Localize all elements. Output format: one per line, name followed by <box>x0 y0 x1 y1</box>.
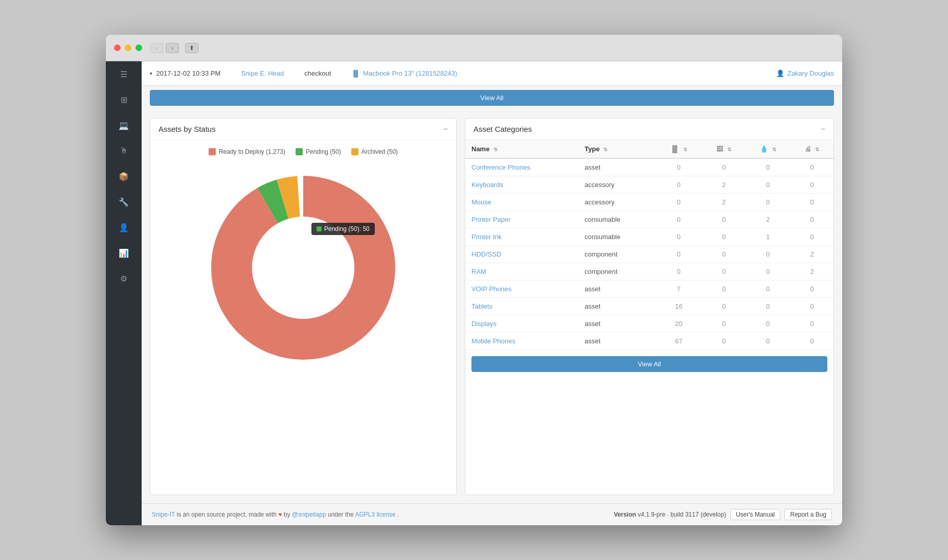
footer-left: Snipe-IT is an open source project, made… <box>152 511 399 518</box>
sidebar-users-icon[interactable]: 👤 <box>106 215 142 240</box>
cell-c4: 0 <box>791 228 833 246</box>
cell-type: asset <box>578 298 655 315</box>
category-name-link[interactable]: Printer Paper <box>471 216 511 223</box>
sidebar-settings-icon[interactable]: ⚙ <box>106 266 142 291</box>
cell-c1: 67 <box>655 333 702 350</box>
maximize-button[interactable] <box>136 44 142 51</box>
category-name-link[interactable]: Keyboards <box>471 181 503 189</box>
topbar-asset-link[interactable]: Macbook Pro 13" (1281528243) <box>363 69 457 77</box>
sidebar-menu-icon[interactable]: ☰ <box>106 61 142 87</box>
table-footer: View All <box>465 349 833 378</box>
topbar-user-link[interactable]: Snipe E. Head <box>241 69 284 77</box>
table-row: Conference Phones asset 0 0 0 0 <box>465 158 833 176</box>
sort-icon-assets: ⇅ <box>683 147 687 152</box>
cell-c4: 0 <box>791 281 833 298</box>
users-manual-button[interactable]: User's Manual <box>730 509 780 520</box>
table-row: Tablets asset 16 0 0 0 <box>465 298 833 315</box>
back-button[interactable]: ‹ <box>150 43 164 53</box>
chart-body: Ready to Deploy (1,273) Pending (50) Arc… <box>150 140 456 378</box>
footer-right: Version v4.1.9-pre · build 3117 (develop… <box>614 509 832 520</box>
sidebar-consumables-icon[interactable]: 📦 <box>106 164 142 189</box>
sidebar-dashboard-icon[interactable]: ⊞ <box>106 87 142 112</box>
forward-button[interactable]: › <box>166 43 179 53</box>
cell-c2: 0 <box>703 263 746 281</box>
sort-icon-components: ⇅ <box>815 147 819 152</box>
cell-type: component <box>578 246 655 263</box>
cell-c3: 0 <box>746 298 791 315</box>
cell-c1: 0 <box>655 158 702 176</box>
version-bold: Version <box>614 511 636 518</box>
cell-c2: 0 <box>703 315 746 333</box>
col-type[interactable]: Type ⇅ <box>578 140 655 158</box>
col-assets[interactable]: ▐▌ ⇅ <box>655 140 702 158</box>
category-name-link[interactable]: Tablets <box>471 302 492 310</box>
cell-c4: 2 <box>791 246 833 263</box>
col-name[interactable]: Name ⇅ <box>465 140 578 158</box>
category-name-link[interactable]: Printer Ink <box>471 233 502 241</box>
asset-categories-card: Asset Categories − Name ⇅ Type ⇅ ▐▌ <box>465 118 834 495</box>
view-all-top-button[interactable]: View All <box>150 90 834 106</box>
topbar-assigned-user-link[interactable]: Zakary Douglas <box>787 69 834 77</box>
category-name-link[interactable]: Mobile Phones <box>471 337 515 345</box>
cell-c3: 0 <box>746 315 791 333</box>
table-row: Mobile Phones asset 67 0 0 0 <box>465 333 833 350</box>
main-content: Assets by Status − Ready to Deploy (1,27… <box>142 110 842 503</box>
sort-icon-accessories: ⇅ <box>727 147 731 152</box>
category-name-link[interactable]: VOIP Phones <box>471 285 512 293</box>
minimize-button[interactable] <box>125 44 131 51</box>
table-row: Printer Ink consumable 0 0 1 0 <box>465 228 833 246</box>
cell-name: Printer Paper <box>465 211 578 228</box>
cell-c3: 2 <box>746 211 791 228</box>
cell-c1: 0 <box>655 194 702 211</box>
cell-c2: 0 <box>703 211 746 228</box>
nav-arrows: ‹ › <box>150 43 179 53</box>
content-area: ▪ 2017-12-02 10:33 PM Snipe E. Head chec… <box>142 61 842 525</box>
cell-c2: 2 <box>703 176 746 194</box>
legend-item-archived: Archived (50) <box>351 148 398 155</box>
refresh-button[interactable]: ⬆ <box>185 43 198 53</box>
category-name-link[interactable]: Mouse <box>471 198 491 206</box>
assets-by-status-title: Assets by Status <box>159 125 216 133</box>
category-name-link[interactable]: HDD/SSD <box>471 250 502 258</box>
col-consumables[interactable]: 💧 ⇅ <box>746 140 791 158</box>
heart-icon: ♥ <box>278 511 282 518</box>
cell-c2: 0 <box>703 158 746 176</box>
assets-by-status-minimize[interactable]: − <box>443 125 448 133</box>
consumables-header-icon: 💧 <box>760 145 768 153</box>
table-row: HDD/SSD component 0 0 0 2 <box>465 246 833 263</box>
col-components[interactable]: 🖨 ⇅ <box>791 140 833 158</box>
table-row: VOIP Phones asset 7 0 0 0 <box>465 281 833 298</box>
col-accessories[interactable]: 🖼 ⇅ <box>703 140 746 158</box>
cell-c4: 0 <box>791 158 833 176</box>
donut-chart[interactable]: Pending (50): 50 <box>201 166 405 370</box>
cell-c1: 20 <box>655 315 702 333</box>
categories-view-all-button[interactable]: View All <box>471 356 827 372</box>
cell-name: Mouse <box>465 194 578 211</box>
category-name-link[interactable]: Displays <box>471 320 496 328</box>
cell-type: accessory <box>578 194 655 211</box>
cell-type: asset <box>578 333 655 350</box>
footer-text3: under the <box>328 511 355 518</box>
asset-categories-minimize[interactable]: − <box>821 125 825 133</box>
author-link[interactable]: @snipeitapp <box>292 511 326 518</box>
category-name-link[interactable]: RAM <box>471 268 486 275</box>
topbar-user-section: Snipe E. Head <box>241 69 284 77</box>
cell-c1: 0 <box>655 211 702 228</box>
sidebar-components-icon[interactable]: 🔧 <box>106 189 142 215</box>
sidebar-reports-icon[interactable]: 📊 <box>106 240 142 266</box>
legend-label-ready: Ready to Deploy (1,273) <box>219 148 285 155</box>
chart-tooltip: Pending (50): 50 <box>311 223 375 235</box>
categories-table: Name ⇅ Type ⇅ ▐▌ ⇅ 🖼 ⇅ <box>465 140 833 349</box>
close-button[interactable] <box>114 44 121 51</box>
cell-c3: 0 <box>746 194 791 211</box>
sidebar-accessories-icon[interactable]: 🖱 <box>106 138 142 164</box>
topbar-user-assigned: 👤 Zakary Douglas <box>776 69 834 77</box>
cell-name: VOIP Phones <box>465 281 578 298</box>
license-link[interactable]: AGPL3 license <box>355 511 395 518</box>
category-name-link[interactable]: Conference Phones <box>471 164 530 171</box>
cell-c1: 16 <box>655 298 702 315</box>
report-bug-button[interactable]: Report a Bug <box>784 509 832 520</box>
snipeit-link[interactable]: Snipe-IT <box>152 511 175 518</box>
sidebar-assets-icon[interactable]: 💻 <box>106 112 142 138</box>
legend-item-pending: Pending (50) <box>296 148 341 155</box>
